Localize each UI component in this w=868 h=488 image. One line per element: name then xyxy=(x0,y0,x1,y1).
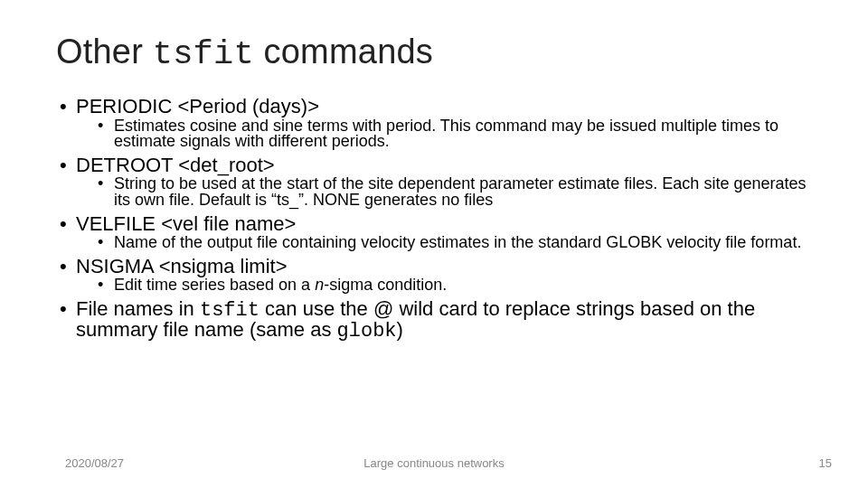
sub-item: Name of the output file containing veloc… xyxy=(96,235,812,251)
sub-list: Estimates cosine and sine terms with per… xyxy=(76,118,812,150)
last-pre: File names in xyxy=(76,297,200,320)
last-code2: globk xyxy=(337,320,397,343)
item-label: PERIODIC <Period (days)> xyxy=(76,95,319,117)
sub-item: String to be used at the start of the si… xyxy=(96,176,812,208)
list-item: File names in tsfit can use the @ wild c… xyxy=(56,299,812,342)
sub-list: Name of the output file containing veloc… xyxy=(76,235,812,251)
list-item: PERIODIC <Period (days)> Estimates cosin… xyxy=(56,97,812,150)
list-item: NSIGMA <nsigma limit> Edit time series b… xyxy=(56,257,812,294)
bullet-list: PERIODIC <Period (days)> Estimates cosin… xyxy=(56,97,812,342)
sub-list: String to be used at the start of the si… xyxy=(76,176,812,208)
title-code: tsfit xyxy=(153,35,254,73)
footer-page-number: 15 xyxy=(819,456,832,470)
sub-italic: n xyxy=(315,276,324,294)
list-item: VELFILE <vel file name> Name of the outp… xyxy=(56,214,812,251)
sub-item: Estimates cosine and sine terms with per… xyxy=(96,118,812,150)
sub-pre: Edit time series based on a xyxy=(114,276,315,294)
slide: Other tsfit commands PERIODIC <Period (d… xyxy=(0,0,868,488)
item-label: NSIGMA <nsigma limit> xyxy=(76,255,288,277)
slide-title: Other tsfit commands xyxy=(56,33,812,73)
sub-item: Edit time series based on a n-sigma cond… xyxy=(96,277,812,294)
title-pre: Other xyxy=(56,33,153,70)
sub-post: -sigma condition. xyxy=(324,276,447,294)
title-post: commands xyxy=(254,33,433,70)
last-post: ) xyxy=(397,318,403,341)
item-label: DETROOT <det_root> xyxy=(76,154,275,176)
list-item: DETROOT <det_root> String to be used at … xyxy=(56,155,812,209)
item-label: VELFILE <vel file name> xyxy=(76,212,296,235)
footer-title: Large continuous networks xyxy=(0,456,868,470)
sub-list: Edit time series based on a n-sigma cond… xyxy=(76,277,812,294)
